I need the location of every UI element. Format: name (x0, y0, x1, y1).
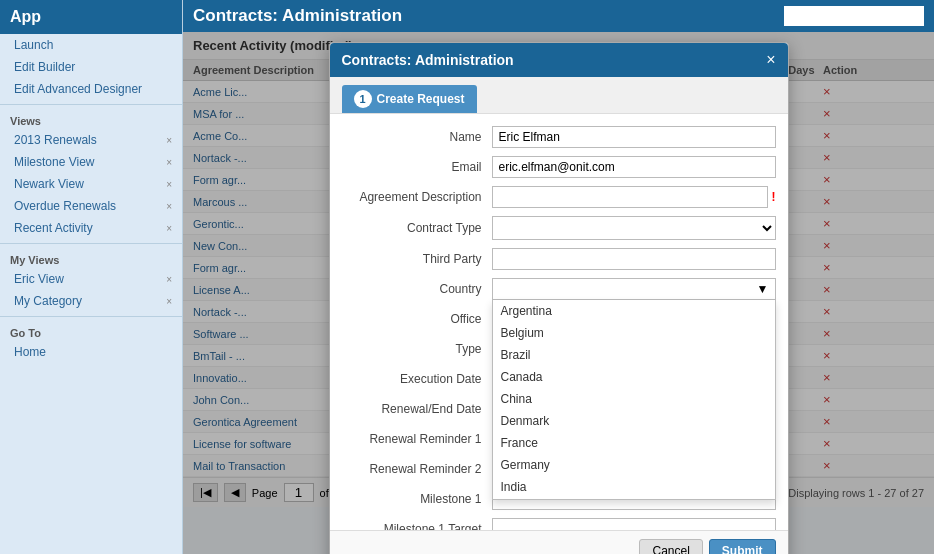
modal-title: Contracts: Administration (342, 52, 514, 68)
submit-button[interactable]: Submit (709, 539, 776, 554)
close-newark-view-icon[interactable]: × (166, 179, 172, 190)
modal-close-button[interactable]: × (766, 51, 775, 69)
wizard-step-1[interactable]: 1 Create Request (342, 85, 477, 113)
close-overdue-renewals-icon[interactable]: × (166, 201, 172, 212)
sidebar-item-milestone-view[interactable]: Milestone View × (0, 151, 182, 173)
milestone1-label: Milestone 1 (342, 492, 492, 506)
error-icon: ! (772, 190, 776, 204)
cancel-button[interactable]: Cancel (639, 539, 702, 554)
form-row-email: Email (342, 156, 776, 178)
form-row-third-party: Third Party (342, 248, 776, 270)
milestone1-target-input[interactable] (492, 518, 776, 530)
dropdown-item[interactable]: Germany (493, 454, 775, 476)
form-row-contract-type: Contract Type (342, 216, 776, 240)
modal-footer: Cancel Submit (330, 530, 788, 554)
agreement-desc-label: Agreement Description (342, 190, 492, 204)
dropdown-item[interactable]: Argentina (493, 300, 775, 322)
name-field (492, 126, 776, 148)
email-label: Email (342, 160, 492, 174)
form-row-milestone1-target: Milestone 1 Target (342, 518, 776, 530)
milestone1-target-field (492, 518, 776, 530)
sidebar-item-overdue-renewals[interactable]: Overdue Renewals × (0, 195, 182, 217)
sidebar-item-2013-renewals[interactable]: 2013 Renewals × (0, 129, 182, 151)
name-label: Name (342, 130, 492, 144)
dropdown-item[interactable]: China (493, 388, 775, 410)
search-input[interactable] (784, 6, 924, 26)
close-eric-view-icon[interactable]: × (166, 274, 172, 285)
renewal-reminder2-label: Renewal Reminder 2 (342, 462, 492, 476)
modal-body: Name Email (330, 114, 788, 530)
renewal-reminder1-label: Renewal Reminder 1 (342, 432, 492, 446)
step-label: Create Request (377, 92, 465, 106)
form-row-name: Name (342, 126, 776, 148)
sidebar-item-edit-builder[interactable]: Edit Builder (0, 56, 182, 78)
sidebar-header: App (0, 0, 182, 34)
contract-type-field (492, 216, 776, 240)
sidebar-item-launch[interactable]: Launch (0, 34, 182, 56)
email-input[interactable] (492, 156, 776, 178)
agreement-desc-field: ! (492, 186, 776, 208)
top-bar: Contracts: Administration (183, 0, 934, 32)
dropdown-item[interactable]: France (493, 432, 775, 454)
modal: Contracts: Administration × 1 Create Req… (329, 42, 789, 554)
sidebar: App Launch Edit Builder Edit Advanced De… (0, 0, 183, 554)
sidebar-item-edit-advanced-designer[interactable]: Edit Advanced Designer (0, 78, 182, 100)
top-bar-title: Contracts: Administration (193, 6, 402, 26)
dropdown-item[interactable]: India (493, 476, 775, 498)
country-dropdown-list: ArgentinaBelgiumBrazilCanadaChinaDenmark… (492, 300, 776, 500)
renewal-end-label: Renewal/End Date (342, 402, 492, 416)
form-row-agreement-desc: Agreement Description ! (342, 186, 776, 208)
dropdown-item[interactable]: Belgium (493, 322, 775, 344)
execution-date-label: Execution Date (342, 372, 492, 386)
sidebar-item-recent-activity[interactable]: Recent Activity × (0, 217, 182, 239)
name-input[interactable] (492, 126, 776, 148)
contract-type-label: Contract Type (342, 221, 492, 235)
dropdown-arrow-icon: ▼ (757, 282, 769, 296)
sidebar-views-section: Views (0, 109, 182, 129)
sidebar-item-eric-view[interactable]: Eric View × (0, 268, 182, 290)
form-row-country: Country ▼ ArgentinaBelgiumBrazilCanadaCh… (342, 278, 776, 300)
dropdown-item[interactable]: Brazil (493, 344, 775, 366)
email-field (492, 156, 776, 178)
sidebar-title: App (10, 8, 41, 25)
third-party-input[interactable] (492, 248, 776, 270)
dropdown-item[interactable]: Denmark (493, 410, 775, 432)
milestone1-target-label: Milestone 1 Target (342, 522, 492, 530)
dropdown-item[interactable]: Italy (493, 498, 775, 500)
sidebar-top-items: Launch Edit Builder Edit Advanced Design… (0, 34, 182, 100)
close-my-category-icon[interactable]: × (166, 296, 172, 307)
country-label: Country (342, 282, 492, 296)
main-content: Contracts: Administration Recent Activit… (183, 0, 934, 554)
content-area: Recent Activity (modified) Agreement Des… (183, 32, 934, 554)
close-2013-renewals-icon[interactable]: × (166, 135, 172, 146)
modal-overlay: Contracts: Administration × 1 Create Req… (183, 32, 934, 554)
contract-type-select[interactable] (492, 216, 776, 240)
sidebar-my-views-section: My Views (0, 248, 182, 268)
wizard-tab: 1 Create Request (330, 77, 788, 114)
type-label: Type (342, 342, 492, 356)
sidebar-item-my-category[interactable]: My Category × (0, 290, 182, 312)
agreement-desc-input[interactable] (492, 186, 768, 208)
close-milestone-view-icon[interactable]: × (166, 157, 172, 168)
dropdown-item[interactable]: Canada (493, 366, 775, 388)
office-label: Office (342, 312, 492, 326)
third-party-label: Third Party (342, 252, 492, 266)
sidebar-item-home[interactable]: Home (0, 341, 182, 363)
sidebar-go-to-section: Go To (0, 321, 182, 341)
third-party-field (492, 248, 776, 270)
sidebar-item-newark-view[interactable]: Newark View × (0, 173, 182, 195)
country-field: ▼ ArgentinaBelgiumBrazilCanadaChinaDenma… (492, 278, 776, 300)
close-recent-activity-icon[interactable]: × (166, 223, 172, 234)
modal-header: Contracts: Administration × (330, 43, 788, 77)
step-number: 1 (354, 90, 372, 108)
country-dropdown-input[interactable]: ▼ (492, 278, 776, 300)
